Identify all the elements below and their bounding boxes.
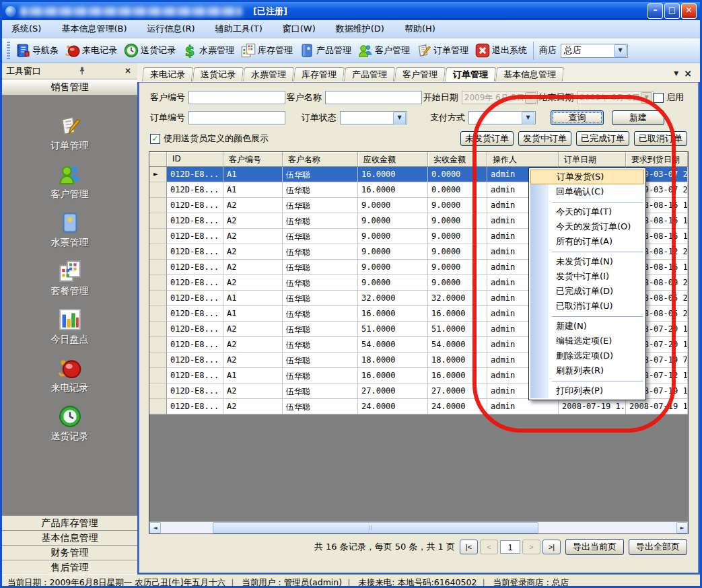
chevron-down-icon[interactable]: ▼ (614, 44, 627, 57)
chevron-down-icon[interactable]: ▼ (393, 112, 406, 124)
close-icon[interactable]: × (122, 66, 133, 77)
context-menu-item[interactable]: 打印列表(P) (530, 383, 644, 398)
tab[interactable]: 送货记录 (192, 67, 244, 81)
sidebar-item[interactable]: 来电记录 (51, 357, 89, 394)
order-no-input[interactable] (188, 111, 285, 124)
context-menu-item[interactable]: 已取消订单(U) (530, 299, 644, 314)
column-header[interactable]: 操作人 (487, 152, 559, 166)
context-menu-item[interactable]: 今天的发货订单(O) (530, 219, 644, 234)
column-header[interactable]: ID (167, 152, 223, 166)
menu-item[interactable]: 辅助工具(T) (215, 23, 262, 35)
context-menu-item[interactable]: 发货中订单(I) (530, 269, 644, 284)
row-selector[interactable]: ► (149, 383, 167, 399)
pin-icon[interactable] (77, 66, 87, 77)
context-menu-item[interactable]: 今天的订单(T) (530, 205, 644, 219)
end-date-picker[interactable]: 2009年 6月 8日▼ (577, 91, 654, 104)
row-selector[interactable]: ► (149, 275, 167, 291)
export-all-pages-button[interactable]: 导出全部页 (629, 539, 687, 555)
menu-item[interactable]: 运行信息(R) (147, 23, 195, 35)
row-selector[interactable]: ► (149, 306, 167, 322)
row-selector[interactable]: ► (149, 368, 167, 383)
first-page-button[interactable]: |< (460, 540, 478, 554)
last-page-button[interactable]: >| (542, 540, 561, 554)
row-selector[interactable]: ► (149, 213, 167, 229)
sidebar-item[interactable]: 水票管理 (51, 211, 89, 249)
column-header[interactable]: 应收金额 (358, 152, 428, 166)
tab[interactable]: 水票管理 (243, 67, 294, 81)
context-menu-item[interactable]: 所有的订单(A) (530, 234, 644, 249)
context-menu-item[interactable]: 未发货订单(N) (530, 254, 644, 269)
chevron-down-icon[interactable]: ▼ (522, 112, 534, 124)
row-selector[interactable]: ► (149, 399, 167, 414)
row-selector[interactable]: ► (149, 229, 167, 244)
context-menu-item[interactable]: 刷新列表(R) (530, 363, 644, 378)
row-selector[interactable]: ► (149, 182, 167, 198)
context-menu-item[interactable]: 新建(N) (530, 319, 644, 334)
column-header[interactable]: 订单日期 (559, 152, 626, 166)
order-status-filter-button[interactable]: 已取消订单 (634, 131, 687, 146)
menu-item[interactable]: 帮助(H) (405, 23, 435, 35)
context-menu-item[interactable]: 删除选定项(D) (530, 348, 644, 363)
order-status-select[interactable]: ▼ (340, 111, 407, 124)
sidebar-item[interactable]: 今日盘点 (51, 308, 89, 346)
menu-item[interactable]: 基本信息管理(B) (61, 23, 127, 35)
toolbar-button[interactable]: 导航条 (12, 42, 62, 59)
tab-close-icon[interactable]: × (684, 68, 692, 79)
query-button[interactable]: 查询 (551, 110, 604, 125)
toolbar-button[interactable]: 送货记录 (120, 42, 179, 59)
row-selector[interactable]: ► (149, 260, 167, 275)
row-selector[interactable]: ► (149, 167, 167, 182)
column-header[interactable]: 客户名称 (283, 152, 358, 166)
column-header[interactable]: 实收金额 (428, 152, 487, 166)
payment-select[interactable]: ▼ (468, 111, 536, 124)
customer-no-input[interactable] (188, 91, 285, 104)
column-header[interactable]: 客户编号 (223, 152, 283, 166)
store-select[interactable]: 总店 ▼ (561, 44, 628, 58)
tab-dropdown-icon[interactable]: ▼ (674, 70, 678, 77)
toolbar-button[interactable]: 水票管理 (179, 42, 238, 59)
minimize-button[interactable]: – (647, 3, 663, 19)
context-menu-item[interactable]: 回单确认(C) (530, 184, 644, 199)
maximize-button[interactable]: □ (664, 3, 680, 19)
column-header[interactable]: 要求到货日期 (626, 152, 688, 166)
export-current-page-button[interactable]: 导出当前页 (565, 539, 624, 555)
row-selector[interactable]: ► (149, 322, 167, 337)
sidebar-item[interactable]: 客户管理 (51, 163, 89, 200)
tab[interactable]: 订单管理 (445, 67, 496, 81)
sidebar-item[interactable]: 套餐管理 (51, 260, 89, 297)
context-menu-item[interactable]: 已完成订单(D) (530, 284, 644, 299)
tab[interactable]: 基本信息管理 (495, 67, 564, 81)
menu-item[interactable]: 系统(S) (11, 23, 41, 35)
tab[interactable]: 来电记录 (142, 67, 193, 81)
scrollbar-thumb[interactable] (213, 522, 539, 534)
menu-item[interactable]: 窗口(W) (283, 23, 316, 35)
scroll-right-icon[interactable]: ► (676, 522, 688, 534)
scroll-left-icon[interactable]: ◄ (149, 522, 161, 534)
tab[interactable]: 产品管理 (344, 67, 395, 81)
order-status-filter-button[interactable]: 已完成订单 (576, 131, 629, 146)
start-date-picker[interactable]: 2009年 6月 8日▼ (462, 91, 538, 104)
tab[interactable]: 库存管理 (293, 67, 345, 81)
row-selector[interactable]: ► (149, 244, 167, 260)
chevron-down-icon[interactable]: ▼ (525, 92, 536, 104)
row-selector[interactable]: ► (149, 198, 167, 213)
sidebar-item[interactable]: 送货记录 (51, 405, 89, 443)
table-row[interactable]: ► 012D-E8... A2 伍华聪 24.0000 24.0000 admi… (149, 399, 688, 414)
toolbar-button[interactable]: 来电记录 (62, 42, 120, 59)
sidebar-item[interactable]: 订单管理 (51, 114, 89, 152)
next-page-button[interactable]: > (522, 540, 540, 554)
customer-name-input[interactable] (325, 91, 422, 104)
scrollbar-track[interactable] (161, 522, 676, 534)
row-selector[interactable]: ► (149, 353, 167, 368)
context-menu-item[interactable]: 编辑选定项(E) (530, 334, 644, 348)
toolbar-button[interactable]: 退出系统 (472, 42, 530, 59)
menu-item[interactable]: 数据维护(D) (336, 23, 384, 35)
order-status-filter-button[interactable]: 未发货订单 (460, 131, 514, 146)
toolbar-grip[interactable] (7, 42, 10, 59)
close-button[interactable]: ✕ (681, 3, 697, 19)
toolbar-button[interactable]: 库存管理 (238, 42, 296, 59)
toolbar-button[interactable]: 订单管理 (413, 42, 472, 59)
page-number-input[interactable] (500, 540, 520, 554)
sidebar-group[interactable]: 财务管理 (2, 545, 137, 560)
new-button[interactable]: 新建 (612, 110, 665, 125)
